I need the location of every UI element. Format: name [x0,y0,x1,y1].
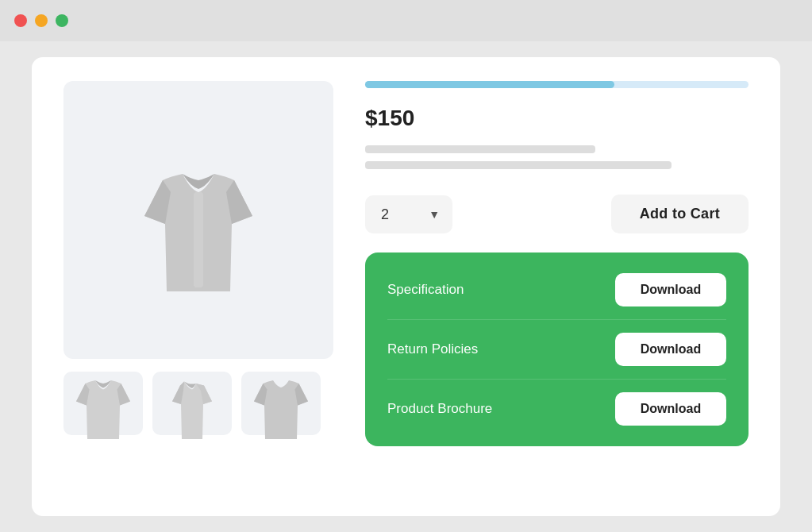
downloads-card: Specification Download Return Policies D… [365,253,749,446]
minimize-dot[interactable] [35,14,48,27]
add-to-cart-button[interactable]: Add to Cart [611,195,749,233]
close-dot[interactable] [14,14,27,27]
progress-bar-fill [365,81,614,88]
download-row-return-policies: Return Policies Download [387,320,726,380]
product-brochure-label: Product Brochure [387,401,492,417]
titlebar [0,0,812,41]
actions-row: 1 2 3 4 5 ▼ Add to Cart [365,195,749,233]
specification-download-button[interactable]: Download [615,273,726,306]
product-brochure-download-button[interactable]: Download [615,392,726,426]
download-row-specification: Specification Download [387,260,726,320]
thumbnail-2[interactable] [152,372,232,435]
quantity-wrapper: 1 2 3 4 5 ▼ [365,195,452,233]
thumbnail-3[interactable] [241,372,321,435]
thumbnail-list [63,372,333,435]
return-policies-label: Return Policies [387,341,478,357]
thumbnail-1[interactable] [63,372,143,435]
progress-bar-container [365,81,749,88]
product-details-column: $150 1 2 3 4 5 ▼ Add to Cart Specificati… [365,81,749,492]
tshirt-illustration [119,133,278,307]
progress-bar-background [365,81,749,88]
svg-rect-0 [194,192,203,287]
main-product-image [63,81,333,359]
download-row-product-brochure: Product Brochure Download [387,380,726,438]
product-price: $150 [365,106,749,131]
product-images-column [63,81,333,492]
return-policies-download-button[interactable]: Download [615,333,726,366]
description-line-2 [365,161,672,169]
description-line-1 [365,145,595,153]
maximize-dot[interactable] [56,14,68,27]
page-content: $150 1 2 3 4 5 ▼ Add to Cart Specificati… [32,57,780,516]
quantity-select[interactable]: 1 2 3 4 5 [365,195,452,233]
specification-label: Specification [387,282,464,298]
